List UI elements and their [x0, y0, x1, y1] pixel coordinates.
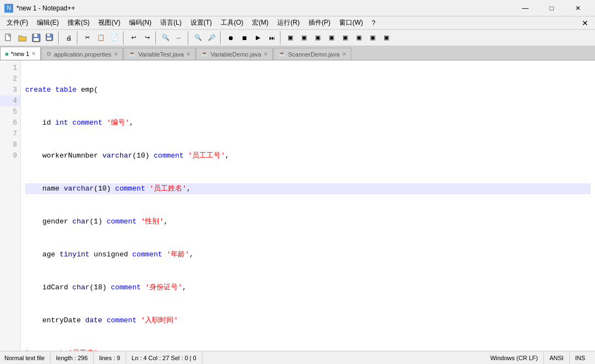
tab-icon-vartest: ☕: [128, 51, 136, 58]
tb-macro-run[interactable]: ⏭: [265, 31, 278, 44]
title-bar: N *new 1 - Notepad++ — □ ✕: [0, 0, 595, 16]
status-line-ending: Windows (CR LF): [485, 351, 544, 364]
code-line-1: create table emp(: [25, 85, 591, 96]
tb-macro-rec[interactable]: ⏺: [224, 31, 237, 44]
status-ins-label: INS: [575, 355, 585, 361]
tb-btn-extra1[interactable]: ▣: [284, 31, 297, 44]
tb-sep-5: [188, 31, 190, 44]
code-line-6: age tinyint unsigned comment '年龄',: [25, 249, 591, 260]
menu-window[interactable]: 窗口(W): [335, 16, 367, 29]
tb-paste[interactable]: 📄: [108, 31, 121, 44]
editor-container: 1 2 3 4 5 6 7 8 9 create table emp( id i…: [0, 60, 595, 351]
tb-zoom-out[interactable]: 🔎: [205, 31, 218, 44]
tb-btn-extra2[interactable]: ▣: [298, 31, 311, 44]
code-line-7: idCard char(18) comment '身份证号',: [25, 282, 591, 293]
status-length: length : 296: [50, 351, 94, 364]
tab-close-app-props[interactable]: ✕: [114, 51, 118, 57]
minimize-button[interactable]: —: [513, 0, 538, 16]
code-line-2: id int comment '编号',: [25, 117, 591, 128]
tb-btn-extra6[interactable]: ▣: [352, 31, 366, 44]
menu-tools[interactable]: 工具(O): [216, 16, 248, 29]
tab-label-app-props: application.properties: [54, 51, 111, 58]
menu-settings[interactable]: 设置(T): [186, 16, 216, 29]
tab-icon-new1: ■: [5, 51, 9, 57]
tb-open[interactable]: [16, 31, 29, 44]
status-lines: lines : 9: [94, 351, 126, 364]
tb-macro-stop[interactable]: ⏹: [238, 31, 251, 44]
tb-replace[interactable]: ↔: [173, 31, 186, 44]
menu-plugins[interactable]: 插件(P): [304, 16, 335, 29]
menu-edit[interactable]: 编辑(E): [32, 16, 63, 29]
tb-redo[interactable]: ↪: [141, 31, 154, 44]
tb-sep-6: [220, 31, 222, 44]
tab-close-scannerdemo[interactable]: ✕: [342, 51, 346, 57]
tb-copy[interactable]: 📋: [94, 31, 108, 44]
menu-close-btn[interactable]: ✕: [577, 18, 593, 29]
app-icon: N: [4, 4, 13, 13]
tab-icon-vardemo: ☕: [201, 51, 209, 58]
svg-text:↔: ↔: [176, 35, 182, 41]
menu-macro[interactable]: 宏(M): [248, 16, 273, 29]
menu-language[interactable]: 语言(L): [156, 16, 186, 29]
status-insert-mode: INS: [570, 351, 591, 364]
svg-rect-3: [33, 38, 39, 41]
menu-help[interactable]: ?: [367, 16, 380, 29]
line-num-2: 2: [0, 74, 20, 85]
tab-scannerdemo[interactable]: ☕ ScannerDemo.java ✕: [273, 48, 351, 60]
tb-btn-extra5[interactable]: ▣: [339, 31, 352, 44]
tab-label-vardemo: VariableDemo.java: [211, 51, 261, 58]
tb-btn-extra7[interactable]: ▣: [366, 31, 379, 44]
tb-save[interactable]: [30, 31, 43, 44]
tb-sep-7: [280, 31, 282, 44]
tab-label-scannerdemo: ScannerDemo.java: [288, 51, 340, 58]
tab-close-vartest[interactable]: ✕: [186, 51, 190, 57]
status-file-type: Normal text file: [4, 351, 50, 364]
tb-btn-extra3[interactable]: ▣: [311, 31, 324, 44]
maximize-button[interactable]: □: [539, 0, 564, 16]
tb-save-all[interactable]: [43, 31, 57, 44]
menu-file[interactable]: 文件(F): [2, 16, 32, 29]
tb-zoom-in[interactable]: 🔍: [192, 31, 205, 44]
tb-btn-extra8[interactable]: ▣: [380, 31, 393, 44]
tb-macro-play[interactable]: ▶: [251, 31, 265, 44]
tb-sep-3: [123, 31, 125, 44]
tb-sep-2: [77, 31, 79, 44]
tab-vartest[interactable]: ☕ VariableTest.java ✕: [124, 48, 195, 60]
tb-find[interactable]: 🔍: [159, 31, 172, 44]
window-controls: — □ ✕: [513, 0, 591, 16]
tb-new[interactable]: [2, 31, 15, 44]
tb-sep-1: [58, 31, 60, 44]
tb-undo[interactable]: ↩: [127, 31, 140, 44]
line-num-4: 4: [0, 96, 20, 107]
tab-label-new1: *new 1: [11, 51, 30, 57]
code-line-4: name varchar(10) comment '员工姓名',: [25, 183, 591, 194]
tab-icon-app-props: ⚙: [46, 51, 52, 58]
tb-btn-extra4[interactable]: ▣: [325, 31, 338, 44]
line-num-3: 3: [0, 85, 20, 96]
tab-close-vardemo[interactable]: ✕: [263, 51, 268, 57]
status-bar: Normal text file length : 296 lines : 9 …: [0, 351, 595, 364]
menu-bar: 文件(F) 编辑(E) 搜索(S) 视图(V) 编码(N) 语言(L) 设置(T…: [0, 16, 595, 30]
line-num-6: 6: [0, 117, 20, 128]
menu-search[interactable]: 搜索(S): [63, 16, 94, 29]
svg-rect-2: [34, 34, 37, 37]
svg-rect-6: [47, 37, 52, 40]
line-num-8: 8: [0, 139, 20, 150]
line-num-5: 5: [0, 107, 20, 117]
close-button[interactable]: ✕: [565, 0, 591, 16]
tb-sep-4: [155, 31, 158, 44]
tabs-bar: ■ *new 1 ✕ ⚙ application.properties ✕ ☕ …: [0, 46, 595, 60]
tab-vardemo[interactable]: ☕ VariableDemo.java ✕: [196, 48, 273, 60]
code-editor[interactable]: create table emp( id int comment '编号', w…: [21, 60, 595, 351]
tab-app-props[interactable]: ⚙ application.properties ✕: [41, 48, 123, 60]
tab-close-new1[interactable]: ✕: [31, 51, 36, 57]
status-encoding: ANSI: [544, 351, 570, 364]
tb-print[interactable]: 🖨: [62, 31, 75, 44]
tab-new1[interactable]: ■ *new 1 ✕: [0, 47, 41, 60]
menu-run[interactable]: 运行(R): [273, 16, 304, 29]
menu-view[interactable]: 视图(V): [94, 16, 125, 29]
toolbar: 🖨 ✂ 📋 📄 ↩ ↪ 🔍 ↔ 🔍 🔎 ⏺ ⏹ ▶ ⏭ ▣ ▣ ▣ ▣ ▣ ▣ …: [0, 30, 595, 46]
menu-encoding[interactable]: 编码(N): [125, 16, 156, 29]
tab-icon-scannerdemo: ☕: [278, 51, 286, 58]
tb-cut[interactable]: ✂: [81, 31, 94, 44]
